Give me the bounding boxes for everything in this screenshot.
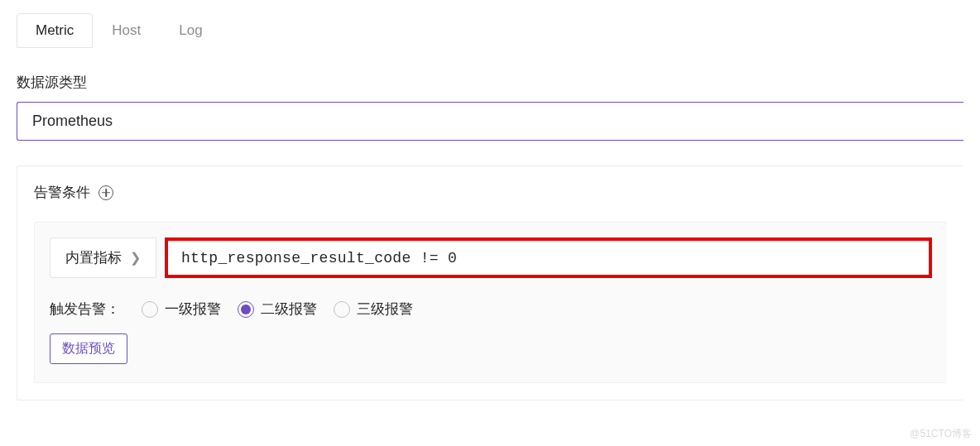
radio-label: 三级报警 [357,300,413,319]
trigger-level-1[interactable]: 一级报警 [142,300,221,319]
expression-input[interactable] [181,250,915,266]
alert-condition-title: 告警条件 [34,183,90,202]
add-condition-icon[interactable] [98,185,113,200]
expression-row: 内置指标 ❯ [50,237,932,278]
condition-panel: 内置指标 ❯ 触发告警： 一级报警 二级报警 三级报警 [34,222,947,383]
category-tabs: Metric Host Log [17,13,963,48]
radio-icon [334,301,350,318]
trigger-level-3[interactable]: 三级报警 [334,300,413,319]
radio-label: 二级报警 [261,300,317,319]
tab-host[interactable]: Host [93,13,160,48]
radio-icon [142,301,158,318]
data-preview-button[interactable]: 数据预览 [50,333,127,364]
datasource-select[interactable]: Prometheus [17,102,963,141]
trigger-level-2[interactable]: 二级报警 [238,300,317,319]
trigger-label: 触发告警： [50,300,120,319]
tab-metric[interactable]: Metric [17,13,93,48]
alert-condition-title-row: 告警条件 [34,183,947,202]
trigger-level-row: 触发告警： 一级报警 二级报警 三级报警 [50,300,932,319]
radio-icon [238,301,254,318]
builtin-metric-button[interactable]: 内置指标 ❯ [50,237,156,278]
tab-log[interactable]: Log [160,13,221,48]
radio-label: 一级报警 [165,300,221,319]
chevron-right-icon: ❯ [130,250,141,266]
builtin-metric-label: 内置指标 [65,248,122,267]
alert-condition-card: 告警条件 内置指标 ❯ 触发告警： 一级报警 二级报警 [17,165,963,400]
expression-highlight-box [165,237,932,278]
datasource-label: 数据源类型 [17,73,963,92]
